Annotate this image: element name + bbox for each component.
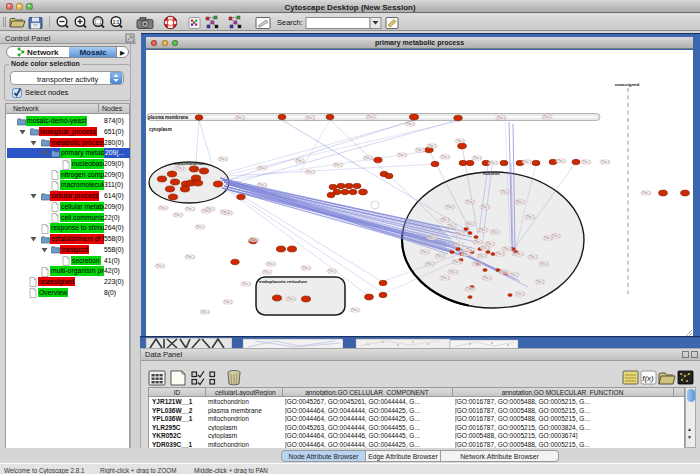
svg-text:(Yxx..): (Yxx..) <box>306 170 314 174</box>
svg-text:(Yxx..): (Yxx..) <box>456 232 464 236</box>
svg-text:(Yxx..): (Yxx..) <box>500 270 508 274</box>
svg-text:(Yxx..): (Yxx..) <box>466 200 474 204</box>
svg-text:(Yxx..): (Yxx..) <box>455 243 463 247</box>
svg-text:(Yxx..): (Yxx..) <box>258 183 266 187</box>
svg-text:(Yxx..): (Yxx..) <box>416 148 424 152</box>
svg-text:mitochondrion: mitochondrion <box>174 161 205 166</box>
svg-text:(Yxx..): (Yxx..) <box>529 255 537 259</box>
svg-text:(Yxx..): (Yxx..) <box>267 262 275 266</box>
svg-text:(Yxx..): (Yxx..) <box>582 160 590 164</box>
svg-text:(Yxx..): (Yxx..) <box>491 230 499 234</box>
svg-text:(Yxx..): (Yxx..) <box>473 262 481 266</box>
svg-text:endoplasmic reticulum: endoplasmic reticulum <box>259 279 307 284</box>
svg-text:(Yxx..): (Yxx..) <box>236 116 244 120</box>
svg-text:(Yxx..): (Yxx..) <box>421 250 429 254</box>
svg-text:(Yxx..): (Yxx..) <box>224 300 232 304</box>
svg-text:(Yxx..): (Yxx..) <box>497 116 505 120</box>
svg-text:(Yxx..): (Yxx..) <box>466 287 474 291</box>
svg-text:(Yxx..): (Yxx..) <box>466 222 474 226</box>
svg-text:(Yxx..): (Yxx..) <box>221 210 229 214</box>
svg-text:(Yxx..): (Yxx..) <box>510 273 518 277</box>
svg-text:(Yxx..): (Yxx..) <box>496 252 504 256</box>
svg-text:(Yxx..): (Yxx..) <box>481 205 489 209</box>
svg-text:(Yxx..): (Yxx..) <box>296 159 304 163</box>
svg-text:(Yxx..): (Yxx..) <box>478 254 486 258</box>
svg-text:(Yxx..): (Yxx..) <box>515 252 523 256</box>
svg-text:(Yxx..): (Yxx..) <box>219 157 227 161</box>
svg-text:1:1: 1:1 <box>113 20 120 25</box>
svg-text:(Yxx..): (Yxx..) <box>642 191 650 195</box>
svg-text:cytoplasm: cytoplasm <box>149 127 172 132</box>
svg-text:(Yxx..): (Yxx..) <box>406 122 414 126</box>
svg-text:(Yxx..): (Yxx..) <box>523 160 531 164</box>
svg-text:(Yxx..): (Yxx..) <box>174 213 182 217</box>
svg-text:(Yxx..): (Yxx..) <box>543 115 551 119</box>
svg-text:(Yxx..): (Yxx..) <box>466 248 474 252</box>
svg-text:(Yxx..): (Yxx..) <box>186 207 194 211</box>
svg-text:(Yxx..): (Yxx..) <box>206 207 214 211</box>
svg-text:(Yxx..): (Yxx..) <box>501 190 509 194</box>
svg-text:(Yxx..): (Yxx..) <box>516 292 524 296</box>
svg-text:(Yxx..): (Yxx..) <box>196 225 204 229</box>
svg-text:(Yxx..): (Yxx..) <box>250 238 258 242</box>
svg-text:(Yxx..): (Yxx..) <box>536 280 544 284</box>
svg-text:(Yxx..): (Yxx..) <box>446 205 454 209</box>
svg-text:(Yxx..): (Yxx..) <box>367 115 375 119</box>
svg-text:(Yxx..): (Yxx..) <box>483 276 491 280</box>
svg-text:(Yxx..): (Yxx..) <box>201 310 209 314</box>
svg-text:(Yxx..): (Yxx..) <box>441 155 449 159</box>
svg-text:(Yxx..): (Yxx..) <box>462 252 470 256</box>
svg-text:(Yxx..): (Yxx..) <box>186 255 194 259</box>
svg-text:(Yxx..): (Yxx..) <box>156 264 164 268</box>
svg-text:(Yxx..): (Yxx..) <box>441 218 449 222</box>
svg-text:unassigned: unassigned <box>615 82 640 87</box>
svg-text:(Yxx..): (Yxx..) <box>364 156 372 160</box>
svg-text:(Yxx..): (Yxx..) <box>436 254 444 258</box>
svg-text:(Yxx..): (Yxx..) <box>456 139 464 143</box>
svg-text:(Yxx..): (Yxx..) <box>398 153 406 157</box>
svg-text:(Yxx..): (Yxx..) <box>503 247 511 251</box>
svg-text:(Yxx..): (Yxx..) <box>557 159 565 163</box>
svg-text:(Yxx..): (Yxx..) <box>481 246 489 250</box>
svg-text:(Yxx..): (Yxx..) <box>540 262 548 266</box>
svg-text:Search:: Search: <box>277 18 303 27</box>
svg-text:(Yxx..): (Yxx..) <box>306 116 314 120</box>
svg-text:(Yxx..): (Yxx..) <box>474 240 482 244</box>
svg-text:(Yxx..): (Yxx..) <box>453 260 461 264</box>
svg-text:(Yxx..): (Yxx..) <box>426 262 434 266</box>
svg-text:(Yxx..): (Yxx..) <box>428 236 436 240</box>
svg-text:(Yxx..): (Yxx..) <box>428 144 436 148</box>
svg-text:(Yxx..): (Yxx..) <box>176 166 184 170</box>
svg-text:(Yxx..): (Yxx..) <box>258 166 266 170</box>
svg-text:(Yxx..): (Yxx..) <box>449 270 457 274</box>
svg-text:(Yxx..): (Yxx..) <box>601 160 609 164</box>
svg-text:(Yxx..): (Yxx..) <box>489 161 497 165</box>
svg-text:(Yxx..): (Yxx..) <box>328 269 336 273</box>
svg-text:(Yxx..): (Yxx..) <box>441 276 449 280</box>
svg-text:(Yxx..): (Yxx..) <box>448 224 456 228</box>
svg-text:plasma membrane: plasma membrane <box>148 115 189 120</box>
svg-text:(Yxx..): (Yxx..) <box>302 266 310 270</box>
svg-text:(Yxx..): (Yxx..) <box>351 308 359 312</box>
svg-text:(Yxx..): (Yxx..) <box>287 297 295 301</box>
svg-text:(Yxx..): (Yxx..) <box>334 163 342 167</box>
svg-text:f(x): f(x) <box>642 374 654 383</box>
svg-text:(Yxx..): (Yxx..) <box>159 206 167 210</box>
svg-text:(Yxx..): (Yxx..) <box>486 242 494 246</box>
svg-text:(Yxx..): (Yxx..) <box>479 228 487 232</box>
svg-text:(Yxx..): (Yxx..) <box>526 215 534 219</box>
svg-text:(Yxx..): (Yxx..) <box>473 156 481 160</box>
svg-text:(Yxx..): (Yxx..) <box>242 282 250 286</box>
svg-text:(Yxx..): (Yxx..) <box>516 200 524 204</box>
svg-text:(Yxx..): (Yxx..) <box>263 270 271 274</box>
svg-text:(Yxx..): (Yxx..) <box>552 234 560 238</box>
svg-text:(Yxx..): (Yxx..) <box>544 236 552 240</box>
